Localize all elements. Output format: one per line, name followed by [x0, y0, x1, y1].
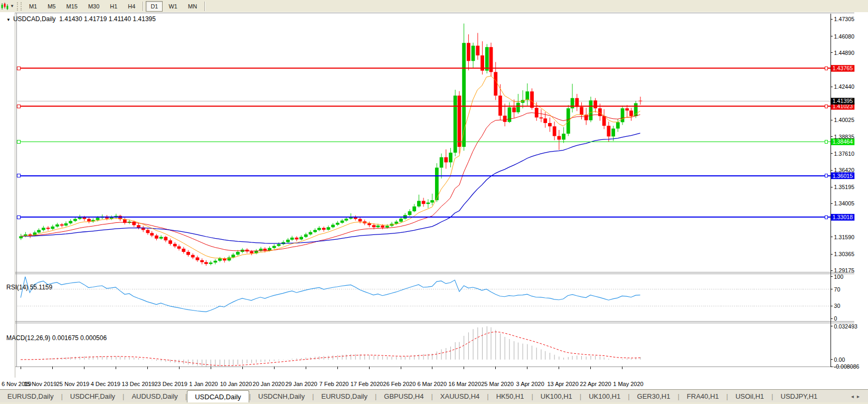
candle: [164, 237, 167, 241]
candle: [530, 91, 534, 108]
chart-tab-usoil-h1[interactable]: USOil,H1: [728, 390, 771, 402]
tab-scroll-right-icon[interactable]: ▸: [857, 393, 863, 399]
hline-handle[interactable]: [825, 105, 828, 108]
one-click-menu-icon[interactable]: ▼: [6, 17, 11, 22]
candle: [412, 206, 416, 211]
candle: [96, 218, 100, 220]
candle: [634, 103, 638, 116]
macd-tick-label: 0.032493: [834, 323, 857, 330]
candle: [449, 153, 452, 162]
timeframe-button-m15[interactable]: M15: [61, 1, 82, 12]
candle: [611, 128, 615, 136]
timeframe-button-m5[interactable]: M5: [43, 1, 60, 12]
candle: [200, 260, 204, 262]
chart-tab-fra40-h1[interactable]: FRA40,H1: [680, 390, 727, 402]
hline-handle[interactable]: [17, 174, 20, 177]
hline-handle[interactable]: [17, 105, 20, 108]
chart-tab-hk50-h1[interactable]: HK50,H1: [489, 390, 532, 402]
candle: [358, 219, 362, 221]
date-label: 20 Jan 2020: [253, 381, 285, 387]
candle: [485, 47, 489, 71]
candle: [209, 262, 213, 264]
timeframe-button-h1[interactable]: H1: [105, 1, 122, 12]
chart-tab-uk100-h1[interactable]: UK100,H1: [581, 390, 628, 402]
candle: [55, 224, 59, 227]
date-label: 16 Mar 2020: [448, 381, 481, 387]
candle: [69, 221, 72, 223]
timeframe-button-m1[interactable]: M1: [24, 1, 42, 12]
hline-handle[interactable]: [17, 215, 20, 219]
tab-scroll-arrows[interactable]: ◂▸: [851, 390, 868, 402]
candle: [309, 232, 313, 234]
mt4-terminal: { "toolbar": { "chart_type_icon": "candl…: [0, 0, 868, 404]
chart-tab-ger30-h1[interactable]: GER30,H1: [630, 390, 678, 402]
candle: [408, 211, 412, 215]
hline-handle[interactable]: [825, 174, 828, 177]
candle: [543, 118, 547, 123]
candle: [286, 240, 290, 242]
candle: [46, 228, 50, 229]
candle: [304, 234, 308, 237]
candle: [87, 219, 91, 221]
macd-tick-label: 0.00: [834, 356, 845, 363]
date-label: 6 Mar 2020: [417, 381, 447, 387]
candle: [37, 230, 41, 232]
chart-tab-usdchf-daily[interactable]: USDCHF,Daily: [63, 390, 122, 402]
candle: [64, 223, 68, 226]
candle: [607, 126, 610, 136]
candle: [173, 244, 177, 247]
candle: [191, 255, 195, 258]
hline-handle[interactable]: [825, 67, 828, 70]
timeframe-button-h4[interactable]: H4: [123, 1, 140, 12]
hline-handle[interactable]: [825, 215, 828, 219]
timeframe-button-m30[interactable]: M30: [83, 1, 104, 12]
candlestick-chart-icon[interactable]: [0, 2, 10, 11]
chart-tab-usdjpy-h1[interactable]: USDJPY,H1: [773, 390, 825, 402]
chart-tab-audusd-daily[interactable]: AUDUSD,Daily: [124, 390, 185, 402]
candle: [454, 96, 457, 153]
candle: [602, 116, 606, 126]
chevron-down-icon[interactable]: ▼: [10, 4, 14, 8]
chart-tab-uk100-h1[interactable]: UK100,H1: [533, 390, 580, 402]
candle: [426, 203, 430, 204]
candle: [42, 228, 45, 230]
candle: [204, 262, 208, 264]
candle: [476, 46, 479, 55]
candle: [444, 157, 448, 163]
date-label: 1 May 2020: [613, 381, 643, 387]
toolbar-grip[interactable]: [17, 2, 22, 11]
candle: [213, 261, 217, 262]
chart-tab-eurusd-daily[interactable]: EURUSD,Daily: [314, 390, 375, 402]
candle: [159, 237, 163, 239]
hline-handle[interactable]: [825, 140, 828, 144]
chart-tab-usdcad-daily[interactable]: USDCAD,Daily: [187, 390, 249, 402]
candle: [155, 236, 158, 239]
hline-price-label-text: 1.33018: [833, 214, 853, 220]
candle: [218, 258, 222, 260]
chart-tabs: EURUSD,Daily|USDCHF,Daily|AUDUSD,Daily|U…: [0, 390, 825, 402]
tab-scroll-left-icon[interactable]: ◂: [851, 393, 857, 399]
candle: [629, 110, 633, 116]
candle: [236, 252, 240, 255]
candle: [494, 72, 497, 96]
candle: [327, 227, 331, 230]
hline-handle[interactable]: [17, 140, 20, 144]
candle: [372, 225, 376, 227]
candle: [73, 219, 77, 221]
timeframe-button-w1[interactable]: W1: [164, 1, 182, 12]
chart-tab-eurusd-daily[interactable]: EURUSD,Daily: [0, 390, 61, 402]
chart-tabs-bar: EURUSD,Daily|USDCHF,Daily|AUDUSD,Daily|U…: [0, 389, 868, 402]
chart-tab-usdcnh-daily[interactable]: USDCNH,Daily: [251, 390, 312, 402]
candle: [580, 107, 583, 115]
candle: [616, 122, 620, 128]
chart-tab-gbpusd-h4[interactable]: GBPUSD,H4: [376, 390, 431, 402]
candle: [177, 246, 181, 248]
hline-handle[interactable]: [17, 67, 20, 70]
timeframe-button-mn[interactable]: MN: [183, 1, 202, 12]
timeframe-button-d1[interactable]: D1: [146, 1, 163, 12]
chart-tab-xauusd-h4[interactable]: XAUUSD,H4: [433, 390, 487, 402]
candle: [317, 228, 321, 230]
chart-canvas[interactable]: 1.437651.410231.384641.360151.330181.413…: [0, 12, 868, 389]
candle: [168, 240, 172, 244]
candle: [186, 252, 190, 255]
